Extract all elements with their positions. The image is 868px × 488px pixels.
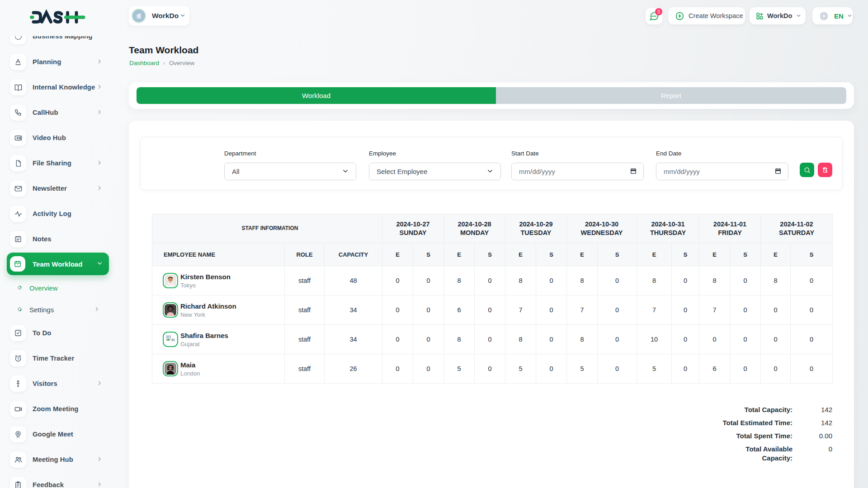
- svg-text:in: in: [172, 338, 175, 342]
